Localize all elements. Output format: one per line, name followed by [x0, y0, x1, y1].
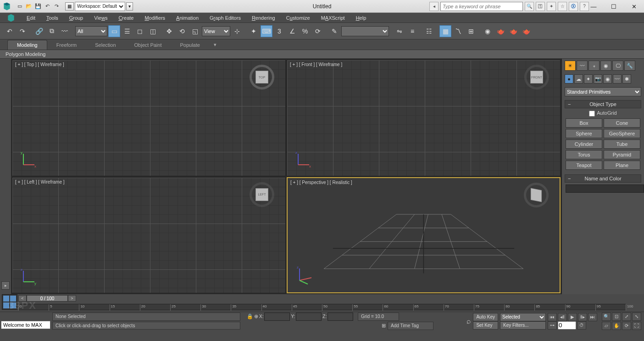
cylinder-button[interactable]: Cylinder — [566, 140, 602, 149]
edit-named-selection-icon[interactable]: ✎ — [328, 25, 340, 37]
selection-filter-select[interactable]: All — [75, 26, 107, 36]
search-back-icon[interactable]: ◂ — [429, 2, 439, 11]
curve-editor-icon[interactable]: 〽 — [452, 25, 464, 37]
select-move-icon[interactable]: ✥ — [163, 25, 175, 37]
community-icon[interactable]: Ⓧ — [569, 2, 578, 11]
create-tab-icon[interactable]: ☀ — [565, 61, 576, 71]
graphite-toggle-icon[interactable]: ▦ — [439, 25, 451, 37]
tube-button[interactable]: Tube — [604, 140, 640, 149]
mirror-icon[interactable]: ⇋ — [394, 25, 405, 37]
object-name-input[interactable] — [566, 184, 644, 193]
zoom-extents-all-icon[interactable]: ⤡ — [632, 313, 641, 321]
angle-snap-icon[interactable]: ∠ — [286, 25, 298, 37]
menu-customize[interactable]: Customize — [281, 13, 316, 22]
add-time-tag-button[interactable]: Add Time Tag — [388, 322, 433, 330]
viewport-left-label[interactable]: [ + ] [ Left ] [ Wireframe ] — [15, 179, 65, 184]
ref-coord-select[interactable]: View — [202, 26, 230, 36]
viewport-top[interactable]: [ + ] [ Top ] [ Wireframe ] TOP yx — [12, 60, 286, 176]
set-key-button[interactable]: Set Key — [473, 321, 498, 330]
exchange-icon[interactable]: ✦ — [547, 2, 556, 11]
select-manipulate-icon[interactable]: ✦ — [248, 25, 260, 37]
rectangular-region-icon[interactable]: ◻ — [134, 25, 146, 37]
minimize-button[interactable]: — — [583, 0, 604, 13]
plane-button[interactable]: Plane — [604, 161, 640, 170]
window-crossing-icon[interactable]: ◫ — [147, 25, 159, 37]
hierarchy-tab-icon[interactable]: ⍖ — [588, 61, 600, 71]
ribbon-tab-object-paint[interactable]: Object Paint — [125, 40, 171, 50]
viewcube-front[interactable]: FRONT — [524, 65, 549, 89]
menu-tools[interactable]: Tools — [41, 13, 64, 22]
link-icon[interactable]: 🔗 — [33, 25, 45, 37]
menu-modifiers[interactable]: Modifiers — [139, 13, 171, 22]
motion-tab-icon[interactable]: ◉ — [600, 61, 611, 71]
binoculars-icon[interactable]: 🔍 — [525, 2, 534, 11]
rendered-frame-icon[interactable]: 🫖 — [507, 25, 519, 37]
timeline[interactable]: 0510152025303540455055606570758085909510… — [0, 302, 644, 312]
snaps-toggle-icon[interactable]: 3 — [273, 25, 285, 37]
align-icon[interactable]: ≡ — [406, 25, 418, 37]
orbit-icon[interactable]: ⟳ — [622, 322, 631, 330]
named-selection-select[interactable] — [341, 26, 389, 36]
zoom-extents-icon[interactable]: ⤢ — [622, 313, 631, 321]
workspace-select[interactable]: Workspace: Default — [75, 2, 125, 11]
use-pivot-center-icon[interactable]: ⊹ — [231, 25, 243, 37]
new-icon[interactable]: ▭ — [16, 2, 24, 11]
maxscript-listener[interactable]: Welcome to MAX — [1, 321, 50, 329]
viewcube-top[interactable]: TOP — [250, 65, 274, 89]
bind-space-warp-icon[interactable]: 〰 — [59, 25, 71, 37]
shapes-icon[interactable]: ☁ — [574, 74, 583, 84]
sphere-button[interactable]: Sphere — [566, 129, 602, 138]
left-expand-icon[interactable]: ▸ — [1, 281, 10, 290]
menu-create[interactable]: Create — [113, 13, 139, 22]
redo-button[interactable]: ↷ — [17, 25, 28, 37]
menu-group[interactable]: Group — [64, 13, 89, 22]
select-scale-icon[interactable]: ◱ — [189, 25, 201, 37]
menu-animation[interactable]: Animation — [171, 13, 204, 22]
zoom-all-icon[interactable]: ⊡ — [612, 313, 621, 321]
lock-selection-icon[interactable]: 🔒 — [247, 313, 253, 319]
autogrid-checkbox[interactable]: AutoGrid — [562, 108, 644, 118]
utilities-tab-icon[interactable]: 🔧 — [624, 61, 635, 71]
project-icon[interactable]: ▦ — [65, 2, 74, 11]
category-select[interactable]: Standard Primitives — [565, 87, 641, 96]
frame-indicator[interactable]: 0 / 100 — [27, 295, 68, 302]
menu-help[interactable]: Help — [350, 13, 372, 22]
menu-views[interactable]: Views — [89, 13, 113, 22]
ribbon-tab-populate[interactable]: Populate — [171, 40, 209, 50]
app-logo-icon[interactable] — [4, 13, 18, 23]
workspace-dropdown-icon[interactable]: ▾ — [126, 2, 133, 11]
select-by-name-icon[interactable]: ☰ — [121, 25, 133, 37]
play-icon[interactable]: ▶ — [568, 313, 577, 321]
viewcube-perspective[interactable] — [524, 183, 549, 207]
menu-maxscript[interactable]: MAXScript — [316, 13, 350, 22]
search-input[interactable] — [440, 2, 523, 11]
rollout-object-type[interactable]: −Object Type — [565, 100, 641, 108]
pyramid-button[interactable]: Pyramid — [604, 150, 640, 159]
ribbon-tab-freeform[interactable]: Freeform — [47, 40, 86, 50]
material-editor-icon[interactable]: ◉ — [482, 25, 494, 37]
viewport-perspective[interactable]: [ + ] [ Perspective ] [ Realistic ] — [287, 177, 561, 294]
modify-tab-icon[interactable]: 〰 — [577, 61, 588, 71]
key-mode-toggle-icon[interactable]: ⊶ — [548, 321, 557, 330]
current-frame-input[interactable] — [558, 321, 576, 330]
favorites-icon[interactable]: ☆ — [558, 2, 567, 11]
pan-icon[interactable]: ✋ — [612, 322, 621, 330]
zoom-icon[interactable]: 🔍 — [602, 313, 611, 321]
z-input[interactable] — [328, 313, 353, 321]
scrubber-right-icon[interactable]: > — [68, 295, 76, 302]
max-toggle-icon[interactable]: ⛶ — [632, 322, 641, 330]
lights-icon[interactable]: ✦ — [584, 74, 593, 84]
systems-icon[interactable]: ✱ — [622, 74, 631, 84]
save-icon[interactable]: 💾 — [34, 2, 42, 11]
menu-edit[interactable]: Edit — [21, 13, 41, 22]
open-icon[interactable]: 📂 — [25, 2, 33, 11]
goto-end-icon[interactable]: ⏭ — [588, 313, 597, 321]
redo-icon[interactable]: ↷ — [52, 2, 61, 11]
close-button[interactable]: ✕ — [624, 0, 644, 13]
viewport-left[interactable]: [ + ] [ Left ] [ Wireframe ] LEFT zy — [12, 177, 286, 294]
undo-button[interactable]: ↶ — [4, 25, 16, 37]
prev-frame-icon[interactable]: ◂Ⅱ — [558, 313, 567, 321]
timeline-track[interactable]: 0510152025303540455055606570758085909510… — [18, 304, 626, 310]
sign-in-icon[interactable]: ⚿ — [536, 2, 545, 11]
scrubber-left-icon[interactable]: < — [18, 295, 27, 302]
